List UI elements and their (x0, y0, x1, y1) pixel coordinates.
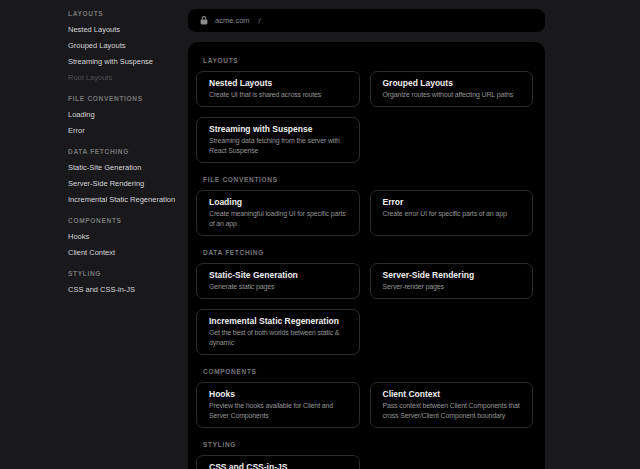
sidebar-group-header: Layouts (68, 6, 188, 22)
feature-card-hooks[interactable]: Hooks Preview the hooks available for Cl… (196, 382, 360, 428)
card-description: Preview the hooks available for Client a… (209, 401, 347, 421)
card-title: Incremental Static Regeneration (209, 316, 347, 326)
sidebar-item-hooks[interactable]: Hooks (68, 229, 188, 245)
feature-card-css-and-css-in-js[interactable]: CSS and CSS-in-JS Preview the supported … (196, 455, 360, 469)
sidebar-group-header: Data Fetching (68, 144, 188, 160)
card-description: Pass context between Client Components t… (383, 401, 521, 421)
card-title: Client Context (383, 389, 521, 399)
sidebar-item-css-and-css-in-js[interactable]: CSS and CSS-in-JS (68, 282, 188, 298)
sidebar-item-grouped-layouts[interactable]: Grouped Layouts (68, 38, 188, 54)
feature-card-client-context[interactable]: Client Context Pass context between Clie… (370, 382, 534, 428)
card-description: Generate static pages (209, 282, 347, 292)
card-grid: Loading Create meaningful loading UI for… (196, 190, 533, 236)
card-grid: Nested Layouts Create UI that is shared … (196, 71, 533, 163)
card-title: Loading (209, 197, 347, 207)
sidebar-group-header: File Conventions (68, 91, 188, 107)
sidebar-item-server-side-rendering[interactable]: Server-Side Rendering (68, 176, 188, 192)
feature-card-incremental-static-regeneration[interactable]: Incremental Static Regeneration Get the … (196, 309, 360, 355)
sidebar-item-nested-layouts[interactable]: Nested Layouts (68, 22, 188, 38)
sidebar-item-client-context[interactable]: Client Context (68, 245, 188, 261)
sidebar-group: Components Hooks Client Context (68, 213, 188, 261)
sidebar-group-header: Styling (68, 266, 188, 282)
card-description: Create meaningful loading UI for specifi… (209, 209, 347, 229)
sidebar: Layouts Nested Layouts Grouped Layouts S… (68, 6, 188, 303)
section-header: File Conventions (203, 176, 533, 184)
card-section: Layouts Nested Layouts Create UI that is… (196, 57, 533, 163)
card-grid: Hooks Preview the hooks available for Cl… (196, 382, 533, 428)
address-domain: acme.com (215, 16, 250, 25)
card-description: Create UI that is shared across routes (209, 90, 347, 100)
card-description: Streaming data fetching from the server … (209, 136, 347, 156)
section-header: Data Fetching (203, 249, 533, 257)
sidebar-group-header: Components (68, 213, 188, 229)
card-section: File Conventions Loading Create meaningf… (196, 176, 533, 236)
feature-card-static-site-generation[interactable]: Static-Site Generation Generate static p… (196, 263, 360, 299)
feature-card-grouped-layouts[interactable]: Grouped Layouts Organize routes without … (370, 71, 534, 107)
section-header: Layouts (203, 57, 533, 65)
card-description: Create error UI for specific parts of an… (383, 209, 521, 219)
sidebar-group: File Conventions Loading Error (68, 91, 188, 139)
card-section: Data Fetching Static-Site Generation Gen… (196, 249, 533, 355)
card-grid: Static-Site Generation Generate static p… (196, 263, 533, 355)
card-section: Components Hooks Preview the hooks avail… (196, 368, 533, 428)
sidebar-item-static-site-generation[interactable]: Static-Site Generation (68, 160, 188, 176)
sidebar-item-error[interactable]: Error (68, 123, 188, 139)
sidebar-group: Layouts Nested Layouts Grouped Layouts S… (68, 6, 188, 86)
card-title: Static-Site Generation (209, 270, 347, 280)
card-description: Get the best of both worlds between stat… (209, 328, 347, 348)
card-description: Server-render pages (383, 282, 521, 292)
feature-card-nested-layouts[interactable]: Nested Layouts Create UI that is shared … (196, 71, 360, 107)
card-title: Grouped Layouts (383, 78, 521, 88)
card-title: Error (383, 197, 521, 207)
address-bar[interactable]: acme.com / (188, 9, 545, 32)
address-path-separator: / (259, 16, 261, 25)
feature-card-server-side-rendering[interactable]: Server-Side Rendering Server-render page… (370, 263, 534, 299)
content-panel: Layouts Nested Layouts Create UI that is… (188, 42, 545, 469)
card-description: Organize routes without affecting URL pa… (383, 90, 521, 100)
card-title: Server-Side Rendering (383, 270, 521, 280)
sidebar-item-loading[interactable]: Loading (68, 107, 188, 123)
card-title: CSS and CSS-in-JS (209, 462, 347, 469)
sidebar-item-streaming-with-suspense[interactable]: Streaming with Suspense (68, 54, 188, 70)
card-title: Nested Layouts (209, 78, 347, 88)
sidebar-item-incremental-static-regeneration[interactable]: Incremental Static Regeneration (68, 192, 188, 208)
card-title: Hooks (209, 389, 347, 399)
card-title: Streaming with Suspense (209, 124, 347, 134)
sidebar-item-root-layouts[interactable]: Root Layouts (68, 70, 188, 86)
card-section: Styling CSS and CSS-in-JS Preview the su… (196, 441, 533, 469)
section-header: Components (203, 368, 533, 376)
card-grid: CSS and CSS-in-JS Preview the supported … (196, 455, 533, 469)
lock-icon (200, 16, 208, 25)
feature-card-loading[interactable]: Loading Create meaningful loading UI for… (196, 190, 360, 236)
feature-card-streaming-with-suspense[interactable]: Streaming with Suspense Streaming data f… (196, 117, 360, 163)
sidebar-group: Styling CSS and CSS-in-JS (68, 266, 188, 298)
main-area: acme.com / Layouts Nested Layouts Create… (188, 0, 545, 469)
feature-card-error[interactable]: Error Create error UI for specific parts… (370, 190, 534, 236)
sidebar-group: Data Fetching Static-Site Generation Ser… (68, 144, 188, 208)
section-header: Styling (203, 441, 533, 449)
